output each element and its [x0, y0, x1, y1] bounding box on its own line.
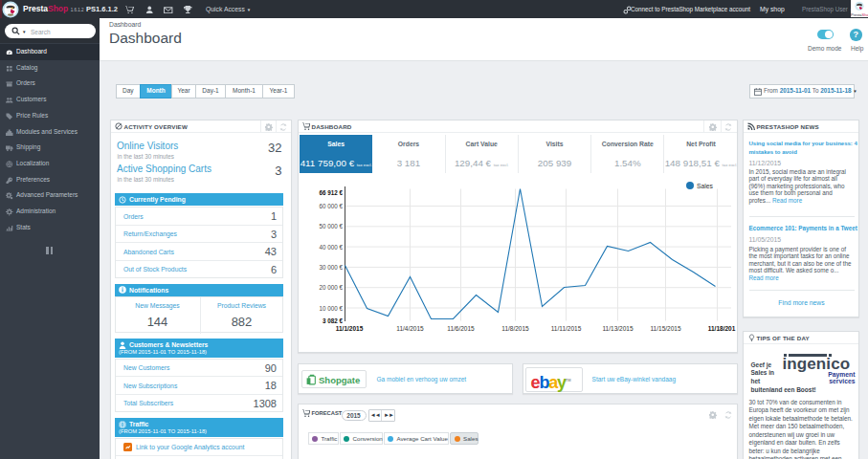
svg-text:3 082 €: 3 082 € — [322, 317, 343, 324]
svg-text:11/8/2015: 11/8/2015 — [501, 325, 529, 332]
svg-text:60 000 €: 60 000 € — [319, 203, 343, 209]
svg-text:11/6/2015: 11/6/2015 — [447, 325, 475, 332]
svg-text:66 912 €: 66 912 € — [319, 189, 343, 196]
svg-text:10 000 €: 10 000 € — [319, 304, 343, 311]
svg-text:50 000 €: 50 000 € — [319, 223, 343, 230]
svg-text:11/11/2015: 11/11/2015 — [550, 325, 581, 332]
svg-text:11/13/2015: 11/13/2015 — [602, 325, 633, 332]
svg-text:11/4/2015: 11/4/2015 — [396, 325, 424, 332]
svg-text:40 000 €: 40 000 € — [319, 243, 343, 250]
svg-text:11/18/201: 11/18/201 — [707, 325, 735, 332]
svg-text:20 000 €: 20 000 € — [319, 284, 343, 291]
svg-text:Sales: Sales — [697, 183, 714, 189]
svg-text:11/1/2015: 11/1/2015 — [335, 325, 363, 332]
svg-text:30 000 €: 30 000 € — [319, 263, 343, 270]
svg-text:11/15/2015: 11/15/2015 — [650, 325, 680, 332]
